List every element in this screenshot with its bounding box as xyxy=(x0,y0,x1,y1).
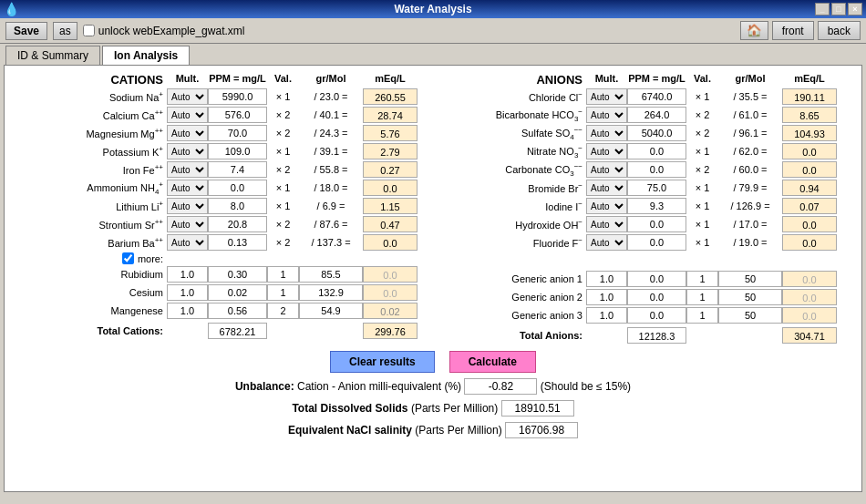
minimize-button[interactable]: _ xyxy=(815,3,830,15)
anion-generic2-val[interactable] xyxy=(686,289,718,305)
cation-potassium-mult[interactable]: Auto xyxy=(167,143,208,159)
anion-generic1-ppm[interactable] xyxy=(627,271,686,287)
anion-sulfate-mult[interactable]: Auto xyxy=(586,125,627,141)
cation-cesium-ppm[interactable] xyxy=(208,284,267,301)
anion-bromide-ppm[interactable] xyxy=(627,180,686,196)
anion-chloride-label: Chloride Cl− xyxy=(440,90,586,103)
anion-fluoride-ppm[interactable] xyxy=(627,234,686,251)
anion-generic2-meq: 0.0 xyxy=(782,289,837,305)
anion-bromide-grmol: / 79.9 = xyxy=(718,182,782,193)
anion-carbonate-ppm[interactable] xyxy=(627,161,686,178)
cation-calcium-ppm[interactable] xyxy=(208,107,267,123)
anion-sulfate-label: Sulfate SO4−− xyxy=(440,126,586,141)
anion-row-bicarbonate: Bicarbonate HCO3− Auto × 2 / 61.0 = 8.65 xyxy=(440,107,854,123)
cation-strontium-mult[interactable]: Auto xyxy=(167,216,208,232)
cation-barium-mult[interactable]: Auto xyxy=(167,234,208,251)
cation-rubidium-ppm[interactable] xyxy=(208,266,267,283)
cation-rubidium-val[interactable] xyxy=(267,266,299,283)
anion-generic2-grmol[interactable] xyxy=(718,289,782,305)
anion-generic3-ppm[interactable] xyxy=(627,307,686,324)
cation-strontium-ppm[interactable] xyxy=(208,216,267,232)
maximize-button[interactable]: □ xyxy=(831,3,846,15)
tab-ion-analysis[interactable]: Ion Analysis xyxy=(102,46,190,65)
calculate-button[interactable]: Calculate xyxy=(449,351,536,373)
anions-col-val: Val. xyxy=(686,73,718,87)
cation-row-potassium: Potassium K+ Auto × 1 / 39.1 = 2.79 xyxy=(12,143,426,159)
anion-fluoride-meq: 0.0 xyxy=(782,234,837,251)
cation-row-strontium: Strontium Sr++ Auto × 2 / 87.6 = 0.47 xyxy=(12,216,426,232)
home-button[interactable]: 🏠 xyxy=(740,21,768,40)
cation-mangenese-val[interactable] xyxy=(267,303,299,319)
cation-lithium-ppm[interactable] xyxy=(208,198,267,214)
anion-row-carbonate: Carbonate CO3−− Auto × 2 / 60.0 = 0.0 xyxy=(440,161,854,178)
cation-ammonium-ppm[interactable] xyxy=(208,180,267,196)
anion-nitrate-label: Nitrate NO3− xyxy=(440,144,586,159)
cation-iron-ppm[interactable] xyxy=(208,161,267,178)
cation-barium-grmol: / 137.3 = xyxy=(299,237,363,248)
anion-hydroxide-mult[interactable]: Auto xyxy=(586,216,627,232)
cation-magnesium-mult[interactable]: Auto xyxy=(167,125,208,141)
save-button[interactable]: Save xyxy=(5,22,47,40)
anion-row-generic2: Generic anion 2 0.0 xyxy=(440,289,854,305)
cation-barium-ppm[interactable] xyxy=(208,234,267,251)
cation-sodium-mult[interactable]: Auto xyxy=(167,88,208,105)
front-button[interactable]: front xyxy=(772,21,814,40)
anion-sulfate-ppm[interactable] xyxy=(627,125,686,141)
cation-lithium-label: Lithium Li+ xyxy=(12,200,167,212)
anion-bromide-mult[interactable]: Auto xyxy=(586,180,627,196)
anion-bicarbonate-mult[interactable]: Auto xyxy=(586,107,627,123)
cation-mangenese-mult[interactable] xyxy=(167,303,208,319)
anion-nitrate-meq: 0.0 xyxy=(782,143,837,159)
cation-iron-label: Iron Fe++ xyxy=(12,163,167,176)
anion-generic2-mult[interactable] xyxy=(586,289,627,305)
cation-magnesium-ppm[interactable] xyxy=(208,125,267,141)
unbalance-label: Unbalance: xyxy=(235,380,297,393)
cation-rubidium-grmol[interactable] xyxy=(299,266,363,283)
anion-iodine-mult[interactable]: Auto xyxy=(586,198,627,214)
cation-sodium-ppm[interactable] xyxy=(208,88,267,105)
anion-chloride-mult[interactable]: Auto xyxy=(586,88,627,105)
anion-generic1-grmol[interactable] xyxy=(718,271,782,287)
anion-bicarbonate-label: Bicarbonate HCO3− xyxy=(440,108,586,123)
more-cation-checkbox[interactable] xyxy=(122,252,134,264)
cation-mangenese-ppm[interactable] xyxy=(208,303,267,319)
anion-hydroxide-ppm[interactable] xyxy=(627,216,686,232)
cation-ammonium-mult[interactable]: Auto xyxy=(167,180,208,196)
back-button[interactable]: back xyxy=(818,21,861,40)
anion-chloride-ppm[interactable] xyxy=(627,88,686,105)
tab-id-summary[interactable]: ID & Summary xyxy=(5,46,100,65)
cation-row-calcium: Calcium Ca++ Auto × 2 / 40.1 = 28.74 xyxy=(12,107,426,123)
cation-calcium-mult[interactable]: Auto xyxy=(167,107,208,123)
cation-potassium-ppm[interactable] xyxy=(208,143,267,159)
cation-rubidium-mult[interactable] xyxy=(167,266,208,283)
cation-iron-meq: 0.27 xyxy=(363,161,418,178)
cations-col-ppm: PPM = mg/L xyxy=(208,73,267,87)
anion-bicarbonate-ppm[interactable] xyxy=(627,107,686,123)
clear-results-button[interactable]: Clear results xyxy=(330,351,435,373)
cation-cesium-grmol[interactable] xyxy=(299,284,363,301)
close-button[interactable]: × xyxy=(848,3,862,15)
anion-generic3-val[interactable] xyxy=(686,307,718,324)
anion-generic1-val[interactable] xyxy=(686,271,718,287)
anion-row-chloride: Chloride Cl− Auto × 1 / 35.5 = 190.11 xyxy=(440,88,854,105)
cation-rubidium-label: Rubidium xyxy=(12,269,167,280)
cation-mangenese-grmol[interactable] xyxy=(299,303,363,319)
anion-fluoride-mult[interactable]: Auto xyxy=(586,234,627,251)
anion-nitrate-ppm[interactable] xyxy=(627,143,686,159)
cation-cesium-val[interactable] xyxy=(267,284,299,301)
cation-strontium-grmol: / 87.6 = xyxy=(299,219,363,230)
anion-carbonate-mult[interactable]: Auto xyxy=(586,161,627,178)
anion-generic3-grmol[interactable] xyxy=(718,307,782,324)
anions-col-grmol: gr/Mol xyxy=(718,73,782,87)
unlock-checkbox[interactable] xyxy=(83,25,95,36)
anion-nitrate-mult[interactable]: Auto xyxy=(586,143,627,159)
cation-cesium-mult[interactable] xyxy=(167,284,208,301)
anion-generic1-mult[interactable] xyxy=(586,271,627,287)
cation-sodium-val: × 1 xyxy=(267,91,299,102)
anion-iodine-ppm[interactable] xyxy=(627,198,686,214)
anion-generic3-mult[interactable] xyxy=(586,307,627,324)
as-button[interactable]: as xyxy=(53,22,77,40)
cation-iron-mult[interactable]: Auto xyxy=(167,161,208,178)
anion-generic2-ppm[interactable] xyxy=(627,289,686,305)
cation-lithium-mult[interactable]: Auto xyxy=(167,198,208,214)
